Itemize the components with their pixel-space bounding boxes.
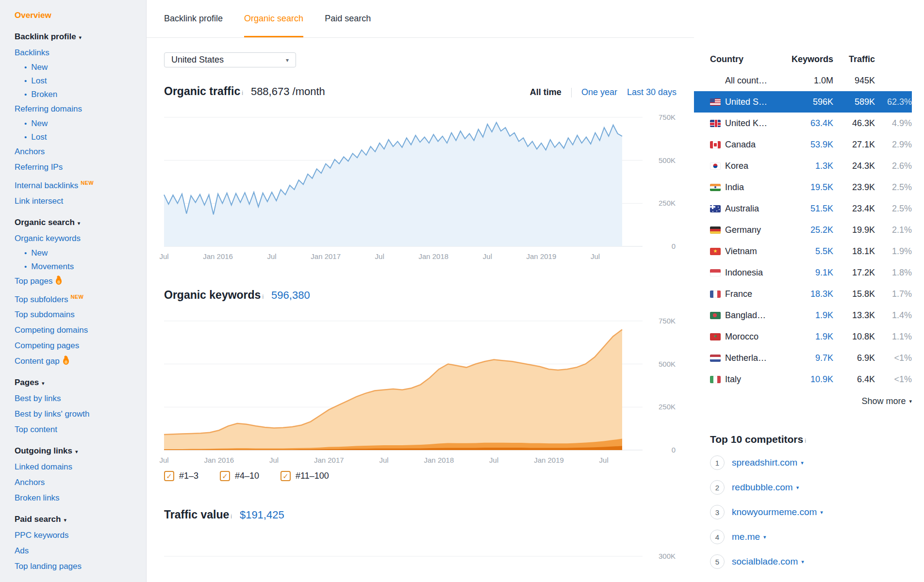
sidebar-link[interactable]: Backlinks	[15, 48, 50, 57]
sidebar-item-outgoing-anchors[interactable]: Anchors	[0, 475, 146, 490]
caret-down-icon[interactable]: ▾	[820, 509, 823, 516]
sidebar-link[interactable]: Top landing pages	[15, 562, 82, 571]
sidebar-item-top-content[interactable]: Top content	[0, 422, 146, 437]
country-keywords-link[interactable]: 25.2K	[780, 225, 833, 235]
country-row-france[interactable]: France 18.3K 15.8K 1.7%	[694, 283, 912, 305]
sidebar-item-competing-domains[interactable]: Competing domains	[0, 323, 146, 338]
checkbox-checked-icon[interactable]: ✓	[280, 471, 291, 481]
country-keywords-link[interactable]: 9.1K	[780, 268, 833, 278]
sidebar-item-backlinks-broken[interactable]: •Broken	[0, 88, 146, 101]
competitor-domain-link[interactable]: socialblade.com	[732, 556, 798, 567]
caret-down-icon[interactable]: ▾	[801, 460, 804, 466]
country-keywords-link[interactable]: 596K	[780, 97, 833, 107]
sidebar-section-paid-search[interactable]: Paid search▾	[0, 512, 146, 528]
sidebar-link[interactable]: Best by links	[15, 394, 61, 403]
range-one-year[interactable]: One year	[581, 87, 617, 97]
sidebar-item-linked-domains[interactable]: Linked domains	[0, 459, 146, 475]
sidebar-item-referring-domains-new[interactable]: •New	[0, 117, 146, 130]
sidebar-link[interactable]: Linked domains	[15, 462, 72, 471]
organic-keywords-count-link[interactable]: 596,380	[271, 289, 310, 302]
country-row-morocco[interactable]: Morocco 1.9K 10.8K 1.1%	[694, 326, 912, 347]
country-row-united-kingdom[interactable]: United K… 63.4K 46.3K 4.9%	[694, 113, 912, 134]
sidebar-item-overview[interactable]: Overview	[0, 8, 146, 23]
sidebar-link[interactable]: Content gap	[15, 356, 60, 366]
sidebar-link[interactable]: Competing domains	[15, 325, 88, 335]
sidebar-link[interactable]: Top content	[15, 425, 57, 434]
filter-positions-4-10[interactable]: ✓ #4–10	[220, 471, 259, 481]
country-row-bangladesh[interactable]: Banglad… 1.9K 13.3K 1.4%	[694, 305, 912, 326]
sidebar-item-backlinks[interactable]: Backlinks	[0, 45, 146, 61]
competitor-domain-link[interactable]: redbubble.com	[732, 482, 793, 493]
sidebar-link[interactable]: Referring IPs	[15, 162, 63, 172]
checkbox-checked-icon[interactable]: ✓	[164, 471, 174, 481]
country-keywords-link[interactable]: 10.9K	[780, 374, 833, 385]
sidebar-item-top-subdomains[interactable]: Top subdomains	[0, 307, 146, 323]
competitor-domain-link[interactable]: spreadshirt.com	[732, 457, 797, 468]
country-keywords-link[interactable]: 1.3K	[780, 161, 833, 171]
sidebar-section-outgoing-links[interactable]: Outgoing links▾	[0, 443, 146, 459]
sidebar-item-referring-domains[interactable]: Referring domains	[0, 101, 146, 117]
sidebar-link[interactable]: New	[31, 63, 48, 72]
country-row-all-countries[interactable]: All count… 1.0M 945K	[694, 70, 912, 91]
sidebar-item-top-subfolders[interactable]: Top subfoldersNEW	[0, 289, 146, 307]
sidebar-link[interactable]: Organic keywords	[15, 234, 81, 243]
sidebar-link[interactable]: New	[31, 119, 48, 128]
country-row-italy[interactable]: Italy 10.9K 6.4K <1%	[694, 369, 912, 390]
country-row-indonesia[interactable]: Indonesia 9.1K 17.2K 1.8%	[694, 262, 912, 283]
sidebar-link[interactable]: Top subfolders	[15, 294, 68, 304]
sidebar-link[interactable]: Ads	[15, 546, 29, 555]
sidebar-link[interactable]: Top pages	[15, 276, 52, 286]
sidebar-item-referring-domains-lost[interactable]: •Lost	[0, 130, 146, 144]
caret-down-icon[interactable]: ▾	[796, 485, 799, 491]
range-last-30-days[interactable]: Last 30 days	[627, 87, 676, 97]
sidebar-item-organic-keywords-movements[interactable]: •Movements	[0, 260, 146, 274]
sidebar-item-internal-backlinks[interactable]: Internal backlinksNEW	[0, 175, 146, 194]
sidebar-item-best-by-links[interactable]: Best by links	[0, 391, 146, 406]
sidebar-link[interactable]: Best by links' growth	[15, 409, 89, 419]
sidebar-link[interactable]: Broken links	[15, 493, 60, 502]
sidebar-item-content-gap[interactable]: Content gap	[0, 354, 146, 369]
country-keywords-link[interactable]: 51.5K	[780, 204, 833, 214]
sidebar-section-organic-search[interactable]: Organic search▾	[0, 215, 146, 231]
sidebar-item-broken-links[interactable]: Broken links	[0, 490, 146, 506]
country-select[interactable]: United States ▾	[164, 52, 296, 67]
show-more-button[interactable]: Show more ▾	[694, 390, 912, 412]
sidebar-section-pages[interactable]: Pages▾	[0, 375, 146, 391]
range-all-time[interactable]: All time	[530, 87, 561, 97]
sidebar-link[interactable]: Anchors	[15, 147, 45, 156]
country-keywords-link[interactable]: 63.4K	[780, 118, 833, 129]
country-keywords-link[interactable]: 1.9K	[780, 332, 833, 342]
competitor-domain-link[interactable]: me.me	[732, 532, 760, 542]
caret-down-icon[interactable]: ▾	[801, 559, 804, 565]
country-keywords-link[interactable]: 9.7K	[780, 353, 833, 363]
sidebar-item-ppc-keywords[interactable]: PPC keywords	[0, 528, 146, 543]
sidebar-item-anchors[interactable]: Anchors	[0, 144, 146, 160]
sidebar-item-link-intersect[interactable]: Link intersect	[0, 194, 146, 209]
tab-organic-search[interactable]: Organic search	[244, 0, 303, 37]
sidebar-section-backlink-profile[interactable]: Backlink profile▾	[0, 29, 146, 45]
filter-positions-1-3[interactable]: ✓ #1–3	[164, 471, 198, 481]
country-keywords-link[interactable]: 5.5K	[780, 246, 833, 257]
country-row-united-states[interactable]: United S… 596K 589K 62.3%	[694, 91, 912, 113]
checkbox-checked-icon[interactable]: ✓	[220, 471, 230, 481]
sidebar-item-backlinks-lost[interactable]: •Lost	[0, 74, 146, 88]
sidebar-link[interactable]: New	[31, 248, 48, 258]
sidebar-link[interactable]: Lost	[31, 76, 47, 85]
sidebar-item-backlinks-new[interactable]: •New	[0, 61, 146, 74]
country-row-canada[interactable]: Canada 53.9K 27.1K 2.9%	[694, 134, 912, 155]
sidebar-link[interactable]: Movements	[31, 262, 74, 271]
competitor-domain-link[interactable]: knowyourmeme.com	[732, 507, 817, 517]
traffic-value-link[interactable]: $191,425	[240, 509, 284, 521]
country-keywords-link[interactable]: 18.3K	[780, 289, 833, 299]
country-row-korea[interactable]: Korea 1.3K 24.3K 2.6%	[694, 155, 912, 177]
sidebar-item-ads[interactable]: Ads	[0, 543, 146, 559]
sidebar-item-referring-ips[interactable]: Referring IPs	[0, 160, 146, 175]
sidebar-item-top-pages[interactable]: Top pages	[0, 274, 146, 289]
country-row-australia[interactable]: Australia 51.5K 23.4K 2.5%	[694, 198, 912, 219]
sidebar-link[interactable]: Lost	[31, 132, 47, 142]
country-row-india[interactable]: India 19.5K 23.9K 2.5%	[694, 177, 912, 198]
sidebar-link[interactable]: Anchors	[15, 478, 45, 487]
sidebar-item-best-by-links-growth[interactable]: Best by links' growth	[0, 406, 146, 422]
country-row-germany[interactable]: Germany 25.2K 19.9K 2.1%	[694, 219, 912, 241]
sidebar-link[interactable]: Broken	[31, 90, 57, 99]
